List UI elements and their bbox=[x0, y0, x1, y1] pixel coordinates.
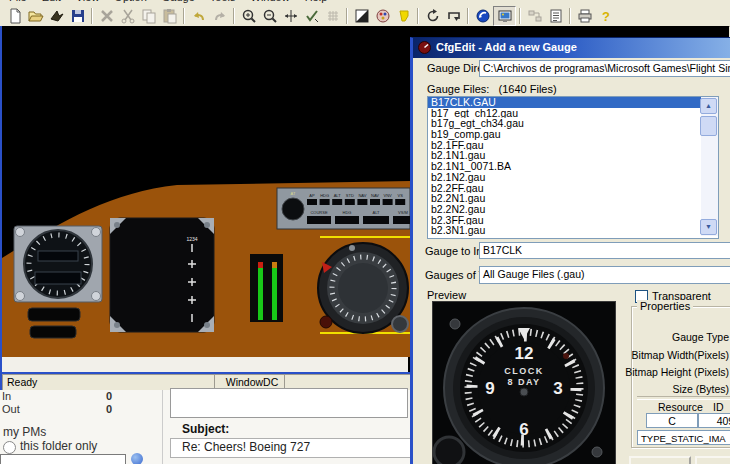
clock-numeral-6: 6 bbox=[519, 420, 528, 439]
network-button[interactable] bbox=[524, 7, 545, 25]
std-label: STD bbox=[346, 193, 354, 198]
search-input[interactable] bbox=[0, 454, 126, 464]
gauge-directory-field[interactable]: C:\Archivos de programas\Microsoft Games… bbox=[479, 60, 730, 77]
window-border-left bbox=[0, 26, 2, 390]
highlight-button[interactable] bbox=[393, 7, 414, 25]
file-list-item[interactable]: b2.1N1.gau bbox=[428, 150, 704, 161]
alt2-label: ALT bbox=[372, 210, 380, 215]
altimeter-gauge[interactable] bbox=[14, 226, 102, 302]
nav1-label: NAV bbox=[358, 193, 366, 198]
dialog-titlebar[interactable]: CfgEdit - Add a new Gauge bbox=[413, 38, 730, 58]
open-panel-button[interactable] bbox=[25, 7, 46, 25]
zoom-out-icon bbox=[262, 8, 278, 24]
report-button[interactable] bbox=[545, 7, 566, 25]
bitmap-height-label: Bitmap Height (Pixels) bbox=[613, 366, 729, 378]
resize-button[interactable] bbox=[280, 7, 301, 25]
file-list-item[interactable]: b2.3FF.gau bbox=[428, 215, 704, 226]
id-label: ID bbox=[713, 401, 724, 413]
list-scrollbar[interactable]: ▲ ▼ bbox=[701, 97, 718, 236]
radio-display-strip-2[interactable] bbox=[30, 326, 76, 338]
folder-only-radio[interactable] bbox=[3, 441, 16, 454]
menu-gauge[interactable]: Gauge bbox=[162, 0, 195, 3]
hsi-tick-label: 1234 bbox=[186, 236, 197, 242]
gauge-files-label: Gauge Files: (1640 Files) bbox=[427, 83, 557, 95]
resource-field[interactable]: C bbox=[646, 413, 698, 428]
subject-field[interactable]: Re: Cheers! Boeing 727 bbox=[170, 438, 419, 458]
file-list-item[interactable]: b2.3N1.gau bbox=[428, 225, 704, 236]
gauge-type-value-field[interactable]: TYPE_STATIC_IMA bbox=[637, 430, 730, 445]
print-button[interactable] bbox=[574, 7, 595, 25]
printer-icon bbox=[577, 8, 593, 24]
radio-display-strip-1[interactable] bbox=[28, 308, 80, 321]
zoom-out-button[interactable] bbox=[259, 7, 280, 25]
flip-icon bbox=[446, 8, 462, 24]
file-list-item[interactable]: b2.1FF.gau bbox=[428, 140, 704, 151]
subject-value: Re: Cheers! Boeing 727 bbox=[182, 440, 310, 454]
file-list-item[interactable]: b17g_egt_ch34.gau bbox=[428, 118, 704, 129]
clock-numeral-3: 3 bbox=[553, 379, 562, 398]
gauge-type-label: Gauge Type bbox=[613, 331, 729, 343]
copy-button[interactable] bbox=[138, 7, 159, 25]
file-list-item[interactable]: b17_egt_ch12.gau bbox=[428, 108, 704, 119]
help-button[interactable]: ? bbox=[595, 7, 616, 25]
zoom-in-button[interactable] bbox=[238, 7, 259, 25]
select-button[interactable] bbox=[301, 7, 322, 25]
autopilot-stack[interactable]: AT AP HDG ALT STD NAV NAV VNV VS COURSE … bbox=[277, 188, 410, 229]
contrast-button[interactable] bbox=[351, 7, 372, 25]
gauge-file-list[interactable]: B17CLK.GAU b17_egt_ch12.gau b17g_egt_ch3… bbox=[427, 96, 719, 239]
gauge-to-install-value: B17CLK bbox=[483, 244, 522, 256]
toolbar: ? bbox=[0, 5, 730, 27]
undo-arrow-icon bbox=[191, 8, 207, 24]
file-list-item[interactable]: b2.1N2.gau bbox=[428, 172, 704, 183]
gauge-to-install-field[interactable]: B17CLK bbox=[479, 242, 730, 259]
redo-arrow-icon bbox=[212, 8, 228, 24]
autopilot-buttons-row2[interactable] bbox=[307, 216, 410, 224]
file-list-item[interactable]: b2.2FF.gau bbox=[428, 183, 704, 194]
menu-view[interactable]: View bbox=[76, 0, 100, 3]
undo-button[interactable] bbox=[188, 7, 209, 25]
menu-edit[interactable]: Edit bbox=[42, 0, 61, 3]
engine-bars-gauge[interactable] bbox=[250, 254, 283, 322]
zoom-in-icon bbox=[241, 8, 257, 24]
file-list-item[interactable]: b2.1N1_0071.BA bbox=[428, 161, 704, 172]
clock-label-line2: 8 DAY bbox=[507, 377, 540, 387]
cut-scissors-icon bbox=[120, 8, 136, 24]
redo-button[interactable] bbox=[209, 7, 230, 25]
file-list-item[interactable]: b19_comp.gau bbox=[428, 129, 704, 140]
preview-button[interactable] bbox=[493, 6, 516, 26]
message-box[interactable] bbox=[170, 388, 408, 418]
install-button[interactable] bbox=[629, 456, 691, 464]
menu-option[interactable]: Option bbox=[114, 0, 146, 3]
flip-button[interactable] bbox=[443, 7, 464, 25]
gauge-type-value: TYPE_STATIC_IMA bbox=[641, 433, 726, 444]
bitmap-width-label: Bitmap Width(Pixels) bbox=[613, 349, 729, 361]
file-list-item[interactable]: b2.2N2.gau bbox=[428, 204, 704, 215]
scroll-thumb[interactable] bbox=[700, 116, 717, 136]
size-bytes-label: Size (Bytes) bbox=[613, 383, 729, 395]
menu-help[interactable]: Help bbox=[305, 0, 328, 3]
file-list-item-selected[interactable]: B17CLK.GAU bbox=[428, 97, 704, 108]
gauges-of-type-combo[interactable]: All Gauge Files (.gau) bbox=[479, 266, 730, 284]
menu-file[interactable]: File bbox=[9, 0, 27, 3]
hsi-gauge[interactable]: 1234 bbox=[110, 218, 214, 332]
autopilot-knob[interactable] bbox=[282, 198, 304, 220]
install-gauge-icon bbox=[49, 8, 65, 24]
select-check-icon bbox=[304, 8, 320, 24]
paste-button[interactable] bbox=[159, 7, 180, 25]
menu-window[interactable]: Window bbox=[251, 0, 290, 3]
id-field[interactable]: 4090 bbox=[698, 413, 730, 428]
cancel-button[interactable] bbox=[695, 456, 730, 464]
navigate-button[interactable] bbox=[472, 7, 493, 25]
grid-button[interactable] bbox=[322, 7, 343, 25]
save-button[interactable] bbox=[67, 7, 88, 25]
rotate-button[interactable] bbox=[422, 7, 443, 25]
scroll-down-button[interactable]: ▼ bbox=[700, 219, 717, 235]
cut-button[interactable] bbox=[117, 7, 138, 25]
menu-tools[interactable]: Tools bbox=[210, 0, 236, 3]
new-file-button[interactable] bbox=[4, 7, 25, 25]
delete-button[interactable] bbox=[96, 7, 117, 25]
palette-button[interactable] bbox=[372, 7, 393, 25]
file-list-item[interactable]: b2.2N1.gau bbox=[428, 193, 704, 204]
install-gauge-button[interactable] bbox=[46, 7, 67, 25]
scroll-up-button[interactable]: ▲ bbox=[700, 98, 717, 114]
